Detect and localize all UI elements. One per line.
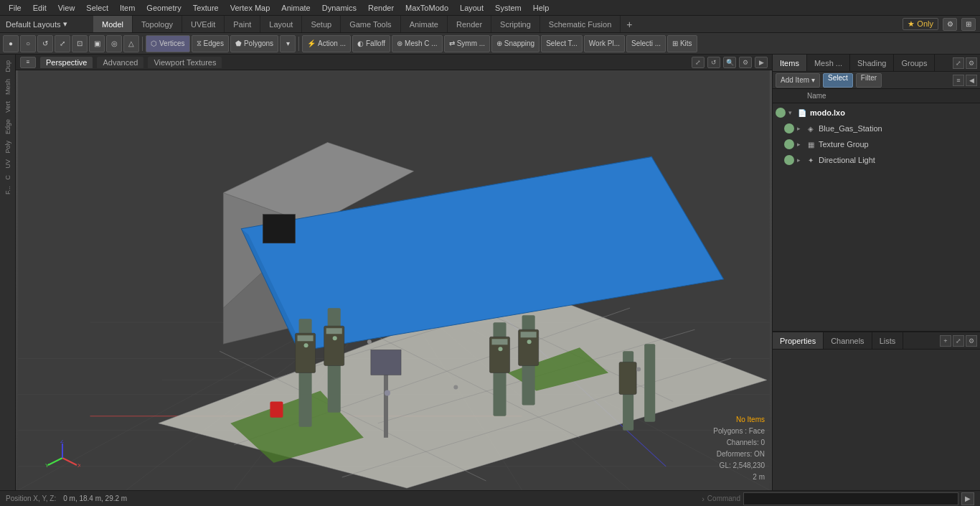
selecti-button[interactable]: Selecti ... — [626, 35, 666, 52]
left-label-edge[interactable]: Edge — [3, 116, 13, 137]
viewport-tab-perspective[interactable]: Perspective — [40, 57, 93, 68]
tab-groups[interactable]: Groups — [894, 55, 935, 71]
add-item-button[interactable]: Add Item ▾ — [776, 73, 820, 88]
items-list[interactable]: ▾ 📄 modo.lxo ▸ ◈ Blue_Gas_Station ▸ ▦ Te… — [773, 103, 980, 331]
items-tab-settings-button[interactable]: ⚙ — [966, 57, 977, 69]
items-collapse-button[interactable]: ◀ — [966, 75, 977, 86]
tab-items[interactable]: Items — [773, 55, 807, 71]
tab-paint[interactable]: Paint — [225, 16, 260, 32]
left-label-f[interactable]: F... — [3, 183, 13, 197]
eye-icon-light[interactable] — [784, 155, 794, 165]
menu-item[interactable]: Item — [114, 2, 141, 14]
eye-icon-tex[interactable] — [784, 139, 794, 149]
left-label-dup[interactable]: Dup — [3, 57, 13, 75]
tab-shading[interactable]: Shading — [850, 55, 894, 71]
viewport-expand-button[interactable]: ▶ — [755, 57, 768, 68]
menu-texture[interactable]: Texture — [187, 2, 225, 14]
tool-component-ring[interactable]: ○ — [20, 35, 36, 52]
menu-file[interactable]: File — [3, 2, 27, 14]
menu-render[interactable]: Render — [362, 2, 400, 14]
mesh-button[interactable]: ⊛ Mesh C ... — [392, 35, 443, 52]
action-button[interactable]: ⚡ Action ... — [302, 35, 351, 52]
work-plane-button[interactable]: Work Pl... — [584, 35, 625, 52]
tab-model[interactable]: Model — [93, 16, 133, 32]
vertices-button[interactable]: ⬡ Vertices — [146, 35, 190, 52]
tab-uvedit[interactable]: UVEdit — [182, 16, 225, 32]
star-only-label[interactable]: ★ Only — [903, 18, 938, 30]
kits-button[interactable]: ⊞ Kits — [667, 35, 697, 52]
add-layout-tab-button[interactable]: + — [621, 17, 638, 32]
menu-maxtomodo[interactable]: MaxToModo — [400, 2, 454, 14]
tool-component-tri[interactable]: △ — [123, 35, 139, 52]
tab-lists[interactable]: Lists — [872, 332, 904, 349]
viewport-menu-button[interactable]: ≡ — [20, 57, 36, 68]
scene-canvas[interactable]: No Items Polygons : Face Channels: 0 Def… — [16, 70, 772, 490]
tab-setup[interactable]: Setup — [302, 16, 341, 32]
tab-topology[interactable]: Topology — [133, 16, 182, 32]
command-execute-button[interactable]: ▶ — [961, 492, 974, 505]
expand-arrow-light[interactable]: ▸ — [797, 156, 804, 164]
tab-mesh[interactable]: Mesh ... — [807, 55, 850, 71]
eye-icon-gas[interactable] — [784, 123, 794, 133]
menu-system[interactable]: System — [489, 2, 527, 14]
items-select-button[interactable]: Select — [823, 73, 853, 88]
tool-component-move[interactable]: ⤢ — [55, 35, 70, 52]
select-type-button[interactable]: Select T... — [541, 35, 583, 52]
items-tab-expand-button[interactable]: ⤢ — [953, 57, 964, 69]
viewport-tab-textures[interactable]: Viewport Textures — [148, 57, 222, 68]
layout-expand-button[interactable]: ⊞ — [961, 18, 976, 31]
menu-geometry[interactable]: Geometry — [141, 2, 187, 14]
items-list-view-button[interactable]: ≡ — [953, 75, 964, 86]
left-label-uv[interactable]: UV — [3, 156, 13, 172]
list-item[interactable]: ▸ ✦ Directional Light — [773, 152, 980, 168]
command-input[interactable] — [743, 492, 958, 505]
tab-scripting[interactable]: Scripting — [491, 16, 540, 32]
list-item[interactable]: ▸ ▦ Texture Group — [773, 136, 980, 152]
tab-schematic-fusion[interactable]: Schematic Fusion — [540, 16, 621, 32]
tool-component-circle[interactable]: ◎ — [106, 35, 122, 52]
viewport-maximize-button[interactable]: ⤢ — [692, 57, 705, 68]
polygons-button[interactable]: ⬟ Polygons — [230, 35, 278, 52]
expand-arrow-gas[interactable]: ▸ — [797, 125, 804, 132]
layout-selector[interactable]: Default Layouts ▾ — [0, 18, 93, 30]
tab-render[interactable]: Render — [448, 16, 491, 32]
menu-layout[interactable]: Layout — [454, 2, 489, 14]
snapping-button[interactable]: ⊕ Snapping — [491, 35, 540, 52]
tab-properties[interactable]: Properties — [773, 332, 824, 349]
falloff-button[interactable]: ◐ Falloff — [352, 35, 390, 52]
tool-component-dot[interactable]: ● — [3, 35, 19, 52]
left-label-mesh[interactable]: Mesh — [3, 76, 13, 98]
left-label-vert[interactable]: Vert — [3, 98, 13, 116]
viewport-tab-advanced[interactable]: Advanced — [97, 57, 143, 68]
component-dropdown-button[interactable]: ▾ — [280, 35, 296, 52]
tab-layout[interactable]: Layout — [260, 16, 302, 32]
tool-component-box[interactable]: ▣ — [89, 35, 105, 52]
list-item[interactable]: ▾ 📄 modo.lxo — [773, 105, 980, 121]
props-expand-button[interactable]: ⤢ — [953, 335, 964, 347]
left-label-c[interactable]: C — [3, 172, 13, 183]
expand-arrow-tex[interactable]: ▸ — [797, 141, 804, 148]
items-filter-button[interactable]: Filter — [856, 73, 882, 88]
menu-view[interactable]: View — [52, 2, 81, 14]
left-label-poly[interactable]: Poly — [3, 138, 13, 156]
layout-config-button[interactable]: ⚙ — [943, 18, 957, 31]
viewport-search-button[interactable]: 🔍 — [723, 57, 736, 68]
list-item[interactable]: ▸ ◈ Blue_Gas_Station — [773, 121, 980, 136]
menu-vertex-map[interactable]: Vertex Map — [225, 2, 276, 14]
edges-button[interactable]: ⧖ Edges — [192, 35, 229, 52]
viewport[interactable]: ≡ Perspective Advanced Viewport Textures… — [16, 55, 772, 490]
tool-component-arrow[interactable]: ↺ — [37, 35, 53, 52]
tab-channels[interactable]: Channels — [824, 332, 872, 349]
props-plus-button[interactable]: + — [940, 335, 951, 347]
viewport-settings-button[interactable]: ⚙ — [739, 57, 752, 68]
menu-edit[interactable]: Edit — [27, 2, 52, 14]
symm-button[interactable]: ⇄ Symm ... — [444, 35, 490, 52]
menu-help[interactable]: Help — [527, 2, 555, 14]
menu-select[interactable]: Select — [80, 2, 114, 14]
tab-game-tools[interactable]: Game Tools — [341, 16, 401, 32]
eye-icon-root[interactable] — [776, 108, 786, 118]
tool-component-scale[interactable]: ⊡ — [72, 35, 88, 52]
menu-animate[interactable]: Animate — [275, 2, 316, 14]
viewport-reset-button[interactable]: ↺ — [707, 57, 720, 68]
props-settings-button[interactable]: ⚙ — [966, 335, 977, 347]
